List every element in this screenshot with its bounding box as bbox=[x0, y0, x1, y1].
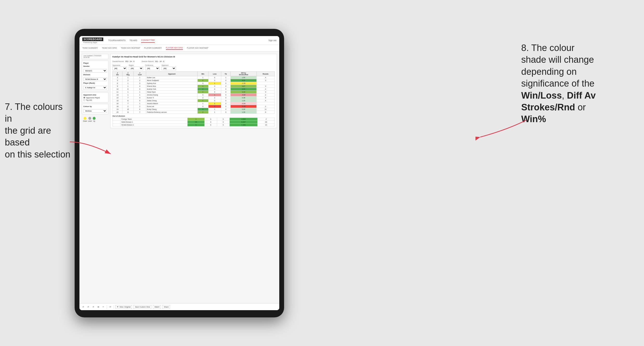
cut-btn[interactable]: ✂ bbox=[102, 305, 105, 309]
colour-by-section: Colour by Win/loss bbox=[82, 104, 108, 114]
logo-wrapper: SCOREBOARD Powered by clippd bbox=[82, 37, 103, 43]
watch-btn[interactable]: Watch bbox=[153, 305, 161, 309]
table-row: NCAA Division 2 5 0 0 7.400 10 bbox=[113, 124, 275, 127]
table-row: Foreign Team 1 0 0 4.500 2 bbox=[113, 118, 275, 121]
conference-filter: Conference (All) bbox=[145, 64, 160, 70]
overall-record: Overall Record: 353 - 34 - 6 bbox=[112, 59, 134, 63]
left-panel: Last Updated: 27/03/2024 16:55:38 Player… bbox=[82, 54, 108, 301]
col-diff: Diff AvStrokes/Rnd bbox=[230, 72, 256, 76]
opponent-filter: Opponent (All) bbox=[162, 64, 176, 70]
legend-down-label: Down bbox=[83, 120, 87, 122]
back-btn[interactable]: ↺ bbox=[92, 305, 95, 309]
undo-btn[interactable]: ↺ bbox=[81, 305, 85, 309]
tablet-frame: SCOREBOARD Powered by clippd TOURNAMENTS… bbox=[75, 29, 284, 317]
main-nav: TOURNAMENTS TEAMS COMMITTEE bbox=[108, 38, 268, 43]
table-row: 20 11 7 Federica Domecq Lacroze 2 1 0 1.… bbox=[113, 111, 275, 114]
clock-btn[interactable]: ⏱ bbox=[108, 305, 112, 309]
app-header: SCOREBOARD Powered by clippd TOURNAMENTS… bbox=[80, 36, 279, 45]
sign-out-link[interactable]: Sign out bbox=[268, 39, 276, 42]
radio-opponents-played[interactable]: Opponents Played bbox=[83, 97, 107, 99]
grid-title: Katelyn Vo Head-to-Head Grid for Women's… bbox=[112, 55, 275, 58]
right-content: Katelyn Vo Head-to-Head Grid for Women's… bbox=[110, 54, 277, 301]
save-custom-view-btn[interactable]: Save Custom View bbox=[133, 305, 152, 309]
col-div: #Div bbox=[113, 72, 122, 76]
opponent-view-label: Opponent view bbox=[83, 94, 107, 96]
player-rank-label: Player (Rank) bbox=[83, 82, 107, 84]
col-conf: #Conf bbox=[134, 72, 146, 76]
divider-1 bbox=[107, 305, 107, 309]
grid-title-section: Katelyn Vo Head-to-Head Grid for Women's… bbox=[110, 54, 277, 128]
legend-down-dot bbox=[84, 117, 86, 120]
opponents-select[interactable]: (All) bbox=[112, 67, 127, 70]
player-label: Player bbox=[83, 62, 107, 64]
radio-dot-1 bbox=[83, 97, 85, 99]
share-btn[interactable]: Share bbox=[162, 305, 170, 309]
table-row: 16 7 1 Jessica Mason 1 2 0 -0.94 bbox=[113, 102, 275, 105]
division-select[interactable]: NCAA Division III bbox=[83, 77, 107, 81]
sub-nav-team-h2h-heatmap[interactable]: TEAM H2H HEATMAP bbox=[121, 46, 140, 49]
table-row: 9 1 4 Sharon Mun 1 0 0 3.67 3 bbox=[113, 85, 275, 88]
nav-teams[interactable]: TEAMS bbox=[130, 38, 138, 42]
eye-icon: 👁 bbox=[117, 306, 119, 308]
sub-nav-player-summary[interactable]: PLAYER SUMMARY bbox=[144, 46, 162, 49]
radio-top100[interactable]: Top 100 bbox=[83, 99, 107, 101]
legend-down: Down bbox=[83, 117, 87, 122]
sub-nav-team-h2h-grid[interactable]: TEAM H2H GRID bbox=[102, 46, 117, 49]
radio-dot-2 bbox=[83, 99, 85, 101]
tablet-screen: SCOREBOARD Powered by clippd TOURNAMENTS… bbox=[80, 36, 279, 310]
region-select[interactable]: (All) bbox=[129, 67, 143, 70]
table-row: 14 7 4 Eunice Yi 2 2 0 0.38 9 bbox=[113, 96, 275, 99]
sub-nav-player-h2h-heatmap[interactable]: PLAYER H2H HEATMAP bbox=[187, 46, 208, 49]
table-row: 6 1 3 Sydney Kuo 0 1 0 -1.00 bbox=[113, 82, 275, 85]
table-row: 18 2 2 Euna Lee 0 2 0 -5.00 2 bbox=[113, 105, 275, 108]
col-reg: #Reg bbox=[122, 72, 133, 76]
annotation-left: 7. The colours in the grid are based on … bbox=[5, 101, 72, 160]
arrow-left-svg bbox=[68, 140, 116, 159]
out-of-division-header: Out of division bbox=[112, 114, 275, 118]
arrow-right-svg bbox=[476, 118, 528, 142]
gender-label: Gender bbox=[83, 65, 107, 67]
col-opponent: Opponent bbox=[146, 72, 198, 76]
view-original-btn[interactable]: 👁 View: Original bbox=[115, 305, 132, 309]
legend-up-label: Up bbox=[93, 120, 95, 122]
gender-select[interactable]: Women's bbox=[83, 69, 107, 73]
colour-by-label: Colour by bbox=[83, 105, 107, 108]
opponents-filter: Opponents: (All) bbox=[112, 64, 127, 70]
legend-level-dot bbox=[88, 117, 91, 120]
header-right: Sign out bbox=[268, 39, 276, 42]
region-filter: Region (All) bbox=[129, 64, 143, 70]
colour-by-select[interactable]: Win/loss bbox=[83, 109, 107, 113]
table-row: 13 1 1 Jessica Huang 0 1 0 -3.00 2 bbox=[113, 94, 275, 96]
legend: Down Level Up bbox=[82, 116, 108, 123]
last-updated: Last Updated: 27/03/2024 16:55:38 bbox=[82, 54, 108, 59]
legend-level: Level bbox=[88, 117, 92, 122]
col-rounds: Rounds bbox=[257, 72, 275, 76]
opponent-view-section: Opponent view Opponents Played Top 100 bbox=[82, 92, 108, 102]
table-row: 19 10 6 Emily Chang 4 1 0 0.30 11 bbox=[113, 108, 275, 111]
main-content: Last Updated: 27/03/2024 16:55:38 Player… bbox=[80, 51, 279, 304]
table-row: 15 8 5 Stella Cheng 1 0 0 1.25 4 bbox=[113, 99, 275, 102]
table-row: 11 1 1 Heejo Hyun 1 0 0 3.33 3 bbox=[113, 91, 275, 94]
main-data-table: #Div #Reg #Conf Opponent Win Loss Tie Di… bbox=[112, 71, 275, 114]
annotation-right: 8. The colour shade will change dependin… bbox=[521, 42, 639, 125]
copy-btn[interactable]: ⊞ bbox=[96, 305, 100, 309]
table-row: NAIA Division 1 15 0 0 9.267 30 bbox=[113, 121, 275, 124]
logo-subtitle: Powered by clippd bbox=[83, 42, 103, 43]
opponent-select[interactable]: (All) bbox=[162, 67, 176, 70]
app-logo: SCOREBOARD bbox=[82, 37, 103, 41]
nav-committee[interactable]: COMMITTEE bbox=[141, 38, 155, 43]
division-label: Division bbox=[83, 74, 107, 76]
sub-nav-team-summary[interactable]: TEAM SUMMARY bbox=[82, 46, 98, 49]
col-tie: Tie bbox=[221, 72, 230, 76]
nav-tournaments[interactable]: TOURNAMENTS bbox=[108, 38, 126, 42]
sub-nav: TEAM SUMMARY TEAM H2H GRID TEAM H2H HEAT… bbox=[80, 45, 279, 51]
redo-btn[interactable]: ↺ bbox=[86, 305, 90, 309]
grid-records: Overall Record: 353 - 34 - 6 Division Re… bbox=[112, 59, 275, 63]
toolbar: ↺ ↺ ↺ ⊞ ✂ ⏱ 👁 View: Original Save Custom… bbox=[80, 304, 279, 310]
conference-select[interactable]: (All) bbox=[145, 67, 160, 70]
col-win: Win bbox=[198, 72, 208, 76]
legend-up-dot bbox=[93, 117, 96, 120]
player-rank-select[interactable]: 6. Katelyn Vo bbox=[83, 86, 107, 89]
sub-nav-player-h2h-grid[interactable]: PLAYER H2H GRID bbox=[166, 46, 183, 50]
table-row: 10 6 3 Andrea York 2 0 0 4.00 4 bbox=[113, 88, 275, 91]
